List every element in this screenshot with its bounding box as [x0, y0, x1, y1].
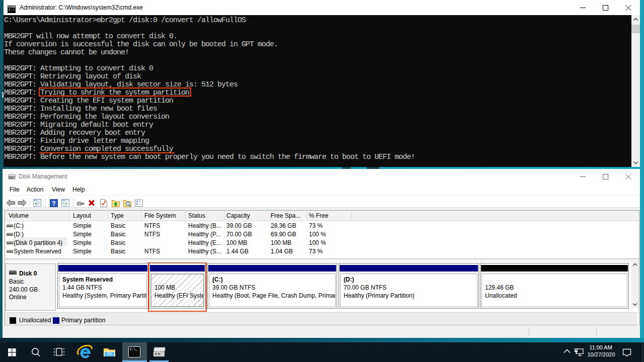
svg-text:C:\: C:\: [9, 8, 15, 12]
svg-text:C:\_: C:\_: [130, 348, 138, 351]
svg-text:?: ?: [52, 200, 55, 207]
